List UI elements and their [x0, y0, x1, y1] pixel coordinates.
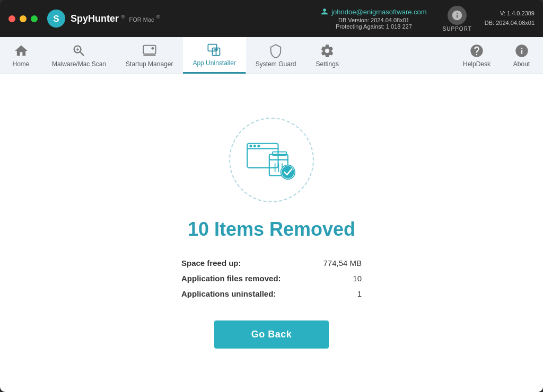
items-removed-title: 10 Items Removed: [188, 218, 355, 240]
logo-text: SpyHunter: [71, 13, 119, 24]
stat-label-apps: Applications uninstalled:: [181, 289, 276, 298]
stat-row-files: Application files removed: 10: [181, 271, 362, 286]
go-back-button[interactable]: Go Back: [214, 320, 329, 349]
nav-item-startup-manager[interactable]: Startup Manager: [116, 37, 183, 74]
user-info: johndoe@enigmasoftware.com DB Version: 2…: [321, 8, 426, 30]
stat-row-space: Space freed up: 774,54 MB: [181, 255, 362, 271]
stat-value-apps: 1: [357, 289, 362, 298]
about-icon: [514, 43, 529, 58]
nav-label-malware-scan: Malware/Mac Scan: [52, 60, 106, 68]
support-button[interactable]: SUPPORT: [443, 6, 472, 32]
svg-text:S: S: [53, 14, 59, 24]
svg-point-5: [151, 47, 154, 50]
protecting-count: Protecting Against: 1 018 227: [336, 23, 412, 30]
db-version: DB Version: 2024.04.08x01: [336, 17, 412, 23]
svg-point-13: [249, 145, 252, 147]
svg-point-23: [282, 166, 294, 178]
nav-spacer: [349, 37, 453, 74]
nav-label-startup-manager: Startup Manager: [126, 60, 173, 68]
nav-item-malware-scan[interactable]: Malware/Mac Scan: [42, 37, 116, 74]
uninstall-complete-illustration: [245, 139, 298, 181]
nav-label-system-guard: System Guard: [256, 60, 296, 68]
user-icon: [321, 8, 328, 15]
svg-point-14: [253, 145, 256, 147]
nav-label-helpdesk: HelpDesk: [463, 60, 491, 68]
window-controls: [8, 15, 38, 22]
uninstaller-icon: [207, 42, 222, 57]
stat-label-files: Application files removed:: [181, 274, 281, 283]
svg-rect-4: [143, 45, 155, 54]
user-email: johndoe@enigmasoftware.com: [331, 8, 426, 16]
db-info: DB Version: 2024.04.08x01 Protecting Aga…: [336, 17, 412, 30]
maximize-button[interactable]: [31, 15, 38, 22]
stat-value-files: 10: [353, 274, 362, 283]
nav-label-home: Home: [12, 60, 29, 68]
stat-value-space: 774,54 MB: [323, 259, 362, 268]
svg-point-15: [257, 145, 260, 147]
nav-label-settings: Settings: [316, 60, 339, 68]
result-icon-circle: [229, 118, 314, 202]
version-area: V: 1.4.0.2389 DB: 2024.04.08x01: [485, 9, 535, 28]
support-label: SUPPORT: [443, 26, 472, 32]
nav-item-app-uninstaller[interactable]: App Uninstaller: [183, 37, 246, 74]
nav-item-helpdesk[interactable]: HelpDesk: [453, 37, 501, 74]
logo-trademark: ®: [121, 14, 125, 19]
app-version: V: 1.4.0.2389: [485, 9, 535, 19]
nav-item-about[interactable]: About: [501, 37, 543, 74]
nav-item-settings[interactable]: Settings: [306, 37, 349, 74]
startup-icon: [142, 43, 157, 58]
close-button[interactable]: [8, 15, 15, 22]
title-bar: S SpyHunter ® FOR Mac ® johndoe@enigmaso…: [0, 0, 543, 37]
logo-platform-trademark: ®: [156, 14, 160, 19]
settings-icon: [320, 43, 335, 58]
logo-area: S SpyHunter ® FOR Mac ®: [46, 8, 160, 29]
nav-item-home[interactable]: Home: [0, 37, 42, 74]
result-icon: [245, 139, 298, 181]
spyhunter-logo-icon: S: [46, 8, 66, 29]
stat-label-space: Space freed up:: [181, 259, 241, 268]
nav-item-system-guard[interactable]: System Guard: [246, 37, 306, 74]
main-content: 10 Items Removed Space freed up: 774,54 …: [0, 74, 543, 392]
system-guard-icon: [268, 43, 283, 58]
nav-label-about: About: [513, 60, 530, 68]
stat-row-apps: Applications uninstalled: 1: [181, 286, 362, 301]
user-email-row: johndoe@enigmasoftware.com: [321, 8, 426, 16]
logo-platform: FOR Mac: [129, 16, 154, 23]
nav-label-app-uninstaller: App Uninstaller: [192, 59, 235, 67]
svg-rect-3: [77, 48, 78, 51]
scan-icon: [72, 43, 86, 58]
helpdesk-icon: [469, 43, 484, 58]
support-icon: [448, 6, 467, 25]
db-version-label: DB: 2024.04.08x01: [485, 19, 535, 28]
stats-table: Space freed up: 774,54 MB Application fi…: [181, 255, 362, 301]
minimize-button[interactable]: [20, 15, 27, 22]
nav-bar: Home Malware/Mac Scan Startup Manager Ap…: [0, 37, 543, 74]
home-icon: [14, 43, 29, 58]
